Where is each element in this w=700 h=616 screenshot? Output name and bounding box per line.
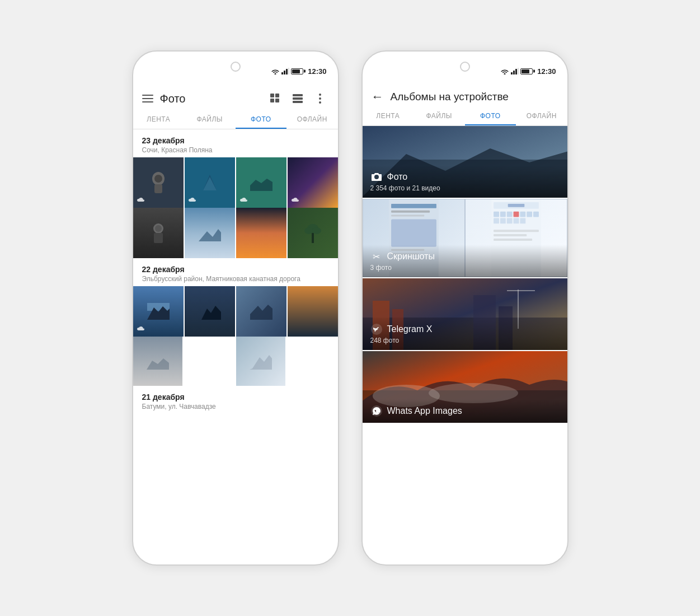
svg-rect-52 (494, 212, 499, 217)
tab-files-1[interactable]: ФАЙЛЫ (184, 110, 236, 129)
phone2-tabs: ЛЕНТА ФАЙЛЫ ФОТО ОФЛАЙН (363, 106, 567, 125)
tab-foto-2[interactable]: ФОТО (465, 106, 516, 125)
tab-offline-1[interactable]: ОФЛАЙН (286, 110, 338, 129)
phone2-album-list[interactable]: Фото 2 354 фото и 21 видео (363, 126, 567, 564)
more-options-button[interactable] (311, 90, 329, 108)
stack-view-icon (293, 94, 303, 103)
photo-cell[interactable] (185, 208, 235, 258)
wifi-icon (500, 68, 509, 74)
photo-cell[interactable] (236, 337, 285, 386)
phone2-app-header: ← Альбомы на устройстве (363, 85, 567, 104)
album-whatsapp[interactable]: Whats App Images (363, 351, 567, 423)
photo-cell[interactable] (288, 286, 338, 337)
album-foto-label: Фото (387, 172, 408, 182)
svg-rect-6 (270, 99, 274, 102)
grid-view-button[interactable] (266, 90, 284, 108)
svg-rect-63 (520, 218, 525, 224)
photo-cell[interactable] (133, 157, 184, 208)
phone1-header-left: Фото (142, 92, 186, 105)
album-whatsapp-label: Whats App Images (387, 406, 462, 416)
svg-rect-22 (154, 233, 163, 243)
date-label-2: 22 декабря (142, 265, 329, 274)
location-label-1: Сочи, Красная Поляна (142, 146, 329, 154)
svg-marker-34 (250, 355, 272, 370)
svg-marker-17 (203, 177, 217, 190)
phone2-content: ← Альбомы на устройстве ЛЕНТА ФАЙЛЫ ФОТО… (363, 85, 567, 564)
tab-files-2[interactable]: ФАЙЛЫ (414, 106, 465, 125)
photo-cell[interactable] (133, 337, 182, 386)
hamburger-icon[interactable] (142, 95, 153, 102)
tab-lenta-2[interactable]: ЛЕНТА (363, 106, 414, 125)
svg-rect-45 (391, 215, 424, 217)
photo-cell[interactable] (236, 157, 286, 208)
album-telegram-overlay: Telegram X 248 фото (363, 318, 567, 350)
scissors-icon: ✂ (370, 250, 383, 263)
cloud-badge (135, 195, 145, 206)
phone1-app-header: Фото (133, 85, 338, 108)
svg-rect-36 (513, 71, 515, 74)
cloud-badge (238, 195, 248, 206)
stack-view-button[interactable] (289, 90, 307, 108)
album-screenshots-name-row: ✂ Скриншоты (370, 250, 560, 263)
svg-rect-62 (513, 218, 519, 224)
album-screenshots-label: Скриншоты (387, 251, 435, 262)
section-dec23: 23 декабря Сочи, Красная Поляна (133, 129, 338, 157)
album-screenshots-overlay: ✂ Скриншоты 3 фото (363, 245, 567, 277)
svg-marker-33 (147, 358, 169, 370)
svg-rect-38 (518, 68, 519, 74)
album-telegram-label: Telegram X (387, 324, 433, 334)
svg-rect-61 (506, 218, 512, 224)
svg-rect-8 (293, 94, 303, 96)
three-dots-icon (319, 94, 321, 104)
album-foto-count: 2 354 фото и 21 видео (370, 184, 560, 192)
album-foto[interactable]: Фото 2 354 фото и 21 видео (363, 126, 567, 198)
album-foto-overlay: Фото 2 354 фото и 21 видео (363, 165, 567, 198)
photo-cell[interactable] (185, 157, 235, 208)
phone-1: 12:30 Фото (132, 50, 339, 566)
phone2-status-icons (500, 68, 533, 74)
tab-lenta-1[interactable]: ЛЕНТА (133, 110, 185, 129)
svg-rect-5 (275, 94, 279, 97)
svg-rect-15 (154, 184, 162, 193)
phone1-scroll-content[interactable]: 23 декабря Сочи, Красная Поляна (133, 129, 338, 564)
phone1-app-title: Фото (160, 92, 186, 105)
tab-foto-1[interactable]: ФОТО (236, 110, 287, 129)
phone2-app-title: Альбомы на устройстве (391, 91, 509, 103)
photo-cell[interactable] (288, 208, 338, 258)
phone1-status-bar: 12:30 (133, 52, 338, 85)
phone1-time: 12:30 (308, 67, 326, 76)
phones-container: 12:30 Фото (132, 50, 569, 566)
svg-rect-64 (494, 230, 539, 232)
photo-cell[interactable] (236, 286, 286, 337)
album-foto-name-row: Фото (370, 171, 560, 183)
location-label-2: Эльбрусский район, Маятниковая канатная … (142, 275, 329, 283)
section-dec22: 22 декабря Эльбрусский район, Маятникова… (133, 258, 338, 286)
photo-cell[interactable] (185, 286, 235, 337)
photo-cell[interactable] (133, 208, 184, 258)
photo-cell[interactable] (236, 208, 286, 258)
album-telegram[interactable]: Telegram X 248 фото (363, 278, 567, 350)
battery-icon (291, 68, 303, 74)
back-button[interactable]: ← (372, 90, 384, 104)
svg-rect-56 (520, 212, 525, 217)
svg-rect-53 (500, 212, 505, 217)
phone1-tabs: ЛЕНТА ФАЙЛЫ ФОТО ОФЛАЙН (133, 110, 338, 129)
cloud-badge (290, 195, 300, 206)
tab-offline-2[interactable]: ОФЛАЙН (516, 106, 567, 125)
svg-point-27 (304, 227, 313, 234)
svg-rect-44 (391, 211, 430, 213)
phone1-header-icons (266, 90, 329, 108)
grid-view-icon (270, 94, 280, 104)
photo-cell[interactable] (133, 286, 184, 337)
svg-point-21 (155, 225, 162, 232)
photo-grid-1a (133, 157, 338, 208)
photo-cell[interactable] (288, 157, 338, 208)
phone1-content: Фото (133, 85, 338, 564)
svg-rect-7 (275, 99, 279, 102)
svg-marker-31 (201, 306, 221, 320)
album-screenshots[interactable]: ✂ Скриншоты 3 фото (363, 199, 567, 277)
svg-rect-59 (494, 218, 499, 224)
svg-rect-43 (391, 204, 436, 208)
svg-rect-60 (500, 218, 505, 224)
svg-rect-57 (527, 212, 532, 217)
